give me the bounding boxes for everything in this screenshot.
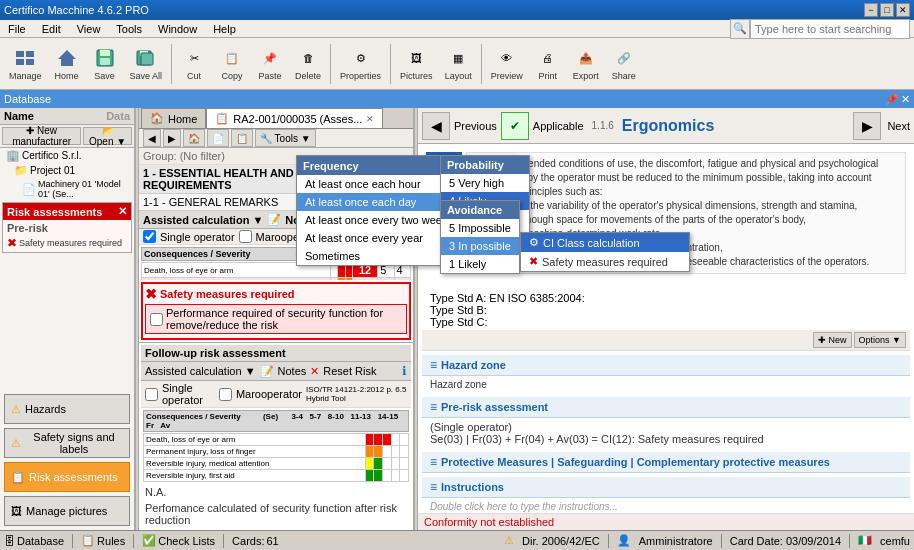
close-button[interactable]: ✕ [896, 3, 910, 17]
status-right: ⚠ Dir. 2006/42/EC 👤 Amministratore Card … [504, 534, 910, 548]
title-bar: Certifico Macchine 4.6.2 PRO − □ ✕ [0, 0, 914, 20]
tree-item-machine[interactable]: 📄 Machinery 01 'Model 01' (Se... [0, 178, 134, 200]
tree-item-project[interactable]: 📁 Project 01 [0, 163, 134, 178]
menu-window[interactable]: Window [154, 22, 201, 36]
tree-item-company[interactable]: 🏢 Certifico S.r.l. [0, 148, 134, 163]
single-operator-cb[interactable] [143, 230, 156, 243]
new-manufacturer-btn[interactable]: ✚ New manufacturer [2, 127, 81, 145]
status-rules[interactable]: 📋 Rules [81, 534, 125, 547]
previous-btn[interactable]: ◀ [422, 112, 450, 140]
follow-up-table: Death, loss of eye or arm Permanent inju… [143, 433, 409, 482]
toolbar-preview[interactable]: 👁 Preview [486, 43, 528, 84]
menu-file[interactable]: File [4, 22, 30, 36]
tab-ra2[interactable]: 📋 RA2-001/000035 (Asses... ✕ [206, 108, 383, 128]
table-row: Permanent injury, loss of finger [144, 446, 409, 458]
risk-assessments-nav-btn[interactable]: 📋 Risk assessments [4, 462, 130, 492]
share-label: Share [612, 71, 636, 81]
status-checklists[interactable]: ✅ Check Lists [142, 534, 215, 547]
hazards-label: Hazards [25, 403, 66, 415]
toolbar-paste[interactable]: 📌 Paste [252, 43, 288, 84]
manage-pictures-nav-btn[interactable]: 🖼 Manage pictures [4, 496, 130, 526]
nav-back-btn[interactable]: ◀ [143, 129, 161, 147]
avoid-likely[interactable]: 1 Likely [441, 255, 519, 273]
toolbar-share[interactable]: 🔗 Share [606, 43, 642, 84]
status-sep-6 [849, 534, 850, 548]
toolbar-manage[interactable]: Manage [4, 43, 47, 84]
menu-help[interactable]: Help [209, 22, 240, 36]
db-close-btn[interactable]: ✕ [901, 93, 910, 106]
applicable-btn[interactable]: ✔ [501, 112, 529, 140]
follow-multi-cb[interactable] [219, 388, 232, 401]
instructions-content[interactable]: Double click here to type the instructio… [422, 498, 910, 513]
copy-icon: 📋 [220, 46, 244, 70]
follow-single-cb[interactable] [145, 388, 158, 401]
right-panel-header: ◀ Previous ✔ Applicable 1.1.6 Ergonomics… [418, 108, 914, 144]
avoidance-title: Avoidance [447, 204, 502, 216]
home-btn[interactable]: 🏠 [183, 129, 205, 147]
tools-dropdown-btn[interactable]: 🔧 Tools ▼ [255, 129, 316, 147]
search-bar: 🔍 [730, 19, 910, 39]
avoidance-header: Avoidance [441, 201, 519, 219]
ci-safety-measures[interactable]: ✖ Safety measures required [521, 252, 689, 271]
safety-perf-cb[interactable] [150, 313, 163, 326]
reset-risk-x: ✕ [310, 365, 319, 378]
menu-tools[interactable]: Tools [112, 22, 146, 36]
follow-up-toolbar: Assisted calculation ▼ 📝 Notes ✕ Reset R… [141, 362, 411, 381]
database-label: Database [4, 93, 51, 105]
tab-home[interactable]: 🏠 Home [141, 108, 206, 128]
manage-label: Manage [9, 71, 42, 81]
left-panel-header: Name Data [0, 108, 134, 125]
notes-icon: 📝 [267, 213, 281, 226]
doc-btn-1[interactable]: 📄 [207, 129, 229, 147]
search-icon-btn[interactable]: 🔍 [730, 19, 750, 39]
na-label: N.A. [141, 484, 411, 500]
maximize-button[interactable]: □ [880, 3, 894, 17]
toolbar-copy[interactable]: 📋 Copy [214, 43, 250, 84]
menu-edit[interactable]: Edit [38, 22, 65, 36]
prob-very-high[interactable]: 5 Very high [441, 174, 529, 192]
doc-btn-2[interactable]: 📋 [231, 129, 253, 147]
next-btn[interactable]: ▶ [853, 112, 881, 140]
toolbar-pictures[interactable]: 🖼 Pictures [395, 43, 438, 84]
ci-class-icon: ⚙ [529, 236, 539, 249]
risk-assessments-nav-icon: 📋 [11, 471, 25, 484]
toolbar-delete[interactable]: 🗑 Delete [290, 43, 326, 84]
toolbar-layout[interactable]: ▦ Layout [440, 43, 477, 84]
section-instructions: ≡ Instructions [422, 477, 910, 498]
status-db[interactable]: 🗄 Database [4, 535, 64, 547]
group-label-text: Group: (No filter) [143, 150, 225, 162]
paste-icon: 📌 [258, 46, 282, 70]
avoid-possible[interactable]: 3 In possible [441, 237, 519, 255]
toolbar-print[interactable]: 🖨 Print [530, 43, 566, 84]
notes-icon-2: 📝 [260, 365, 274, 378]
layout-icon: ▦ [446, 46, 470, 70]
db-pin-btn[interactable]: 📌 [885, 93, 899, 106]
safety-signs-nav-btn[interactable]: ⚠ Safety signs and labels [4, 428, 130, 458]
company-label: Certifico S.r.l. [22, 150, 81, 161]
toolbar-save-all[interactable]: Save All [125, 43, 168, 84]
properties-label: Properties [340, 71, 381, 81]
ra2-tab-close[interactable]: ✕ [366, 114, 374, 124]
toolbar-sep-2 [330, 44, 331, 84]
search-input[interactable] [750, 19, 910, 39]
toolbar-properties[interactable]: ⚙ Properties [335, 43, 386, 84]
hazards-nav-btn[interactable]: ⚠ Hazards [4, 394, 130, 424]
flag-icon: 🇮🇹 [858, 534, 872, 547]
user-label: Amministratore [639, 535, 713, 547]
nav-fwd-btn[interactable]: ▶ [163, 129, 181, 147]
toolbar-home[interactable]: Home [49, 43, 85, 84]
toolbar-export[interactable]: 📤 Export [568, 43, 604, 84]
risk-panel-close[interactable]: ✕ [118, 205, 127, 218]
toolbar-cut[interactable]: ✂ Cut [176, 43, 212, 84]
menu-view[interactable]: View [73, 22, 105, 36]
avoid-impossible[interactable]: 5 Impossible [441, 219, 519, 237]
company-icon: 🏢 [6, 149, 20, 162]
multi-operator-cb[interactable] [239, 230, 252, 243]
toolbar-save[interactable]: Save [87, 43, 123, 84]
new-btn[interactable]: ✚ New [813, 332, 852, 348]
minimize-button[interactable]: − [864, 3, 878, 17]
open-btn[interactable]: 📂 Open ▼ [83, 127, 132, 145]
options-btn[interactable]: Options ▼ [854, 332, 906, 348]
hazard-zone-content[interactable]: Hazard zone [422, 376, 910, 393]
ci-class-calculation[interactable]: ⚙ CI Class calculation [521, 233, 689, 252]
